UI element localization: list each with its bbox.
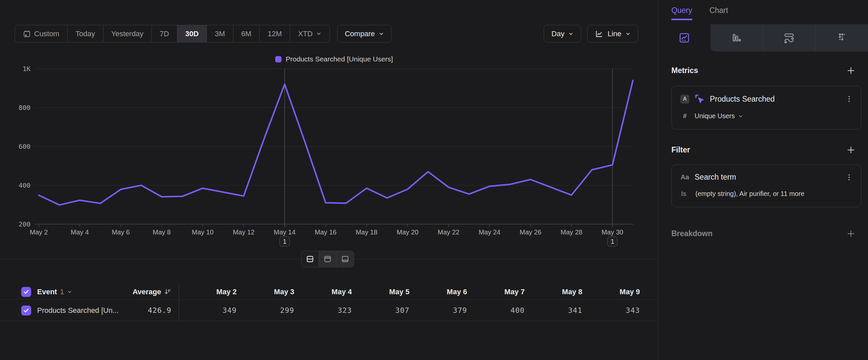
metric-card[interactable]: A Products Searched # Unique Users bbox=[672, 86, 861, 130]
table-row-left: Products Searched [Un... 426.9 bbox=[0, 300, 179, 321]
filter-value[interactable]: (empty string), Air purifier, or 11 more bbox=[695, 190, 805, 198]
add-filter-icon[interactable] bbox=[846, 145, 856, 155]
kebab-menu-icon[interactable] bbox=[845, 95, 853, 103]
column-header[interactable]: May 9 bbox=[582, 287, 640, 296]
table-col-headers: May 2May 3May 4May 5May 6May 7May 8May 9 bbox=[179, 287, 658, 296]
view-toggle-table-only[interactable] bbox=[337, 251, 354, 267]
x-axis-tick-label: May 14 bbox=[274, 228, 296, 236]
cell-value: 379 bbox=[409, 306, 467, 314]
x-axis-tick-label: May 8 bbox=[153, 228, 171, 236]
column-header[interactable]: May 7 bbox=[467, 287, 525, 296]
chart-type-tab-flow-chart[interactable] bbox=[763, 24, 816, 52]
filter-title: Filter bbox=[672, 145, 690, 155]
x-axis-tick-label: May 22 bbox=[438, 228, 460, 236]
view-toggle-chart-only[interactable] bbox=[319, 251, 337, 267]
metric-event-name[interactable]: Products Searched bbox=[710, 95, 775, 104]
x-axis-tick-label: May 2 bbox=[30, 228, 48, 236]
x-axis-tick-label: May 16 bbox=[315, 228, 337, 236]
chart-type-tab-more-charts[interactable] bbox=[815, 24, 868, 52]
cell-value: 299 bbox=[237, 306, 294, 314]
y-axis-tick-label: 400 bbox=[19, 181, 31, 189]
cell-value: 341 bbox=[525, 306, 583, 314]
select-all-checkbox[interactable] bbox=[21, 287, 31, 297]
line-chart[interactable]: 1K800600400200May 2May 4May 6May 8May 10… bbox=[0, 0, 658, 269]
svg-text:1: 1 bbox=[283, 238, 286, 245]
x-axis-tick-label: May 4 bbox=[71, 228, 89, 236]
kebab-menu-icon[interactable] bbox=[845, 173, 853, 181]
event-column-label[interactable]: Event bbox=[37, 287, 57, 296]
column-header[interactable]: May 2 bbox=[179, 287, 237, 296]
column-header[interactable]: May 8 bbox=[525, 287, 583, 296]
add-metric-icon[interactable] bbox=[846, 66, 856, 75]
row-checkbox[interactable] bbox=[21, 306, 31, 315]
filter-property-name[interactable]: Search term bbox=[694, 173, 736, 182]
y-axis-tick-label: 1K bbox=[23, 65, 31, 73]
x-axis-tick-label: May 12 bbox=[233, 228, 255, 236]
analytics-app: CustomTodayYesterday7D30D3M6M12MXTD Comp… bbox=[0, 0, 868, 360]
y-axis-tick-label: 600 bbox=[19, 142, 31, 150]
x-axis-tick-label: May 30 bbox=[601, 228, 623, 236]
filter-operator[interactable]: Is bbox=[681, 190, 686, 198]
filter-card[interactable]: Aa Search term Is (empty string), Air pu… bbox=[672, 164, 861, 207]
sidebar-tabs: Query Chart bbox=[658, 0, 868, 20]
annotation-badge[interactable]: 1 bbox=[280, 237, 290, 246]
column-header[interactable]: May 6 bbox=[409, 287, 467, 296]
hash-icon: # bbox=[680, 112, 689, 120]
cell-value: 323 bbox=[294, 306, 352, 314]
breakdown-title: Breakdown bbox=[672, 229, 713, 238]
view-toggle-split-view[interactable] bbox=[301, 251, 319, 267]
column-header[interactable]: May 3 bbox=[237, 287, 294, 296]
chart-type-tabs bbox=[658, 24, 868, 52]
table-row[interactable]: Products Searched [Un... 426.9 349299323… bbox=[0, 300, 658, 321]
y-axis-tick-label: 200 bbox=[19, 220, 31, 228]
table-row-values: 349299323307379400341343 bbox=[179, 306, 658, 314]
table-header-left: Event 1 Average bbox=[0, 284, 179, 300]
x-axis-tick-label: May 18 bbox=[356, 228, 378, 236]
x-axis-tick-label: May 20 bbox=[397, 228, 418, 236]
line-chart-icon bbox=[678, 32, 690, 44]
text-property-icon: Aa bbox=[680, 173, 689, 181]
results-table: Event 1 Average May 2May 3May 4May 5May … bbox=[0, 284, 658, 321]
column-header[interactable]: May 4 bbox=[294, 287, 352, 296]
filter-section-header: Filter bbox=[658, 145, 868, 155]
x-axis-tick-label: May 24 bbox=[479, 228, 501, 236]
flow-chart-icon bbox=[783, 32, 795, 44]
x-axis-tick-label: May 6 bbox=[112, 228, 130, 236]
tab-chart[interactable]: Chart bbox=[710, 6, 728, 20]
table-header-row: Event 1 Average May 2May 3May 4May 5May … bbox=[0, 284, 658, 300]
event-click-icon bbox=[694, 94, 705, 104]
tab-query[interactable]: Query bbox=[672, 6, 692, 20]
chart-type-tab-line-chart[interactable] bbox=[658, 24, 711, 52]
metrics-title: Metrics bbox=[672, 66, 698, 75]
sort-descending-icon[interactable] bbox=[164, 288, 172, 296]
average-column-label[interactable]: Average bbox=[133, 287, 161, 296]
x-axis-tick-label: May 28 bbox=[561, 228, 583, 236]
x-axis-tick-label: May 26 bbox=[520, 228, 541, 236]
column-header[interactable]: May 5 bbox=[352, 287, 409, 296]
series-name: Products Searched [Un... bbox=[37, 306, 119, 315]
svg-text:1: 1 bbox=[611, 238, 614, 245]
annotation-badge[interactable]: 1 bbox=[608, 237, 617, 246]
query-sidebar: Query Chart Metrics A Products Searched … bbox=[658, 0, 868, 360]
average-value: 426.9 bbox=[148, 306, 179, 314]
breakdown-section-header: Breakdown bbox=[658, 229, 868, 238]
bar-chart-icon bbox=[731, 32, 743, 44]
measure-selector[interactable]: Unique Users bbox=[694, 112, 735, 120]
event-count: 1 bbox=[60, 287, 64, 296]
view-toggle bbox=[301, 251, 354, 267]
y-axis-tick-label: 800 bbox=[19, 104, 31, 112]
chevron-down-icon[interactable] bbox=[738, 114, 743, 119]
series-line bbox=[39, 80, 633, 205]
metrics-section-header: Metrics bbox=[658, 66, 868, 75]
cell-value: 307 bbox=[352, 306, 409, 314]
cell-value: 343 bbox=[582, 306, 640, 314]
chevron-down-icon[interactable] bbox=[67, 289, 72, 295]
cell-value: 400 bbox=[467, 306, 525, 314]
x-axis-tick-label: May 10 bbox=[192, 228, 214, 236]
chart-type-tab-bar-chart[interactable] bbox=[711, 24, 763, 52]
cell-value: 349 bbox=[179, 306, 237, 314]
add-breakdown-icon[interactable] bbox=[846, 229, 856, 238]
more-charts-icon bbox=[836, 32, 848, 44]
metric-badge: A bbox=[680, 95, 689, 104]
